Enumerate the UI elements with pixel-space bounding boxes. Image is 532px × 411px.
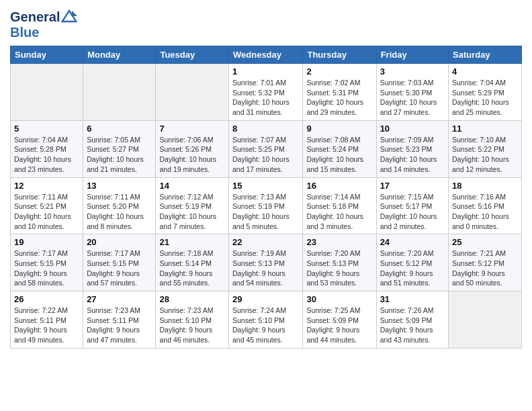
week-row-1: 1Sunrise: 7:01 AM Sunset: 5:32 PM Daylig… <box>11 64 522 121</box>
day-info: Sunrise: 7:04 AM Sunset: 5:28 PM Dayligh… <box>14 135 79 175</box>
day-info: Sunrise: 7:17 AM Sunset: 5:15 PM Dayligh… <box>14 248 79 288</box>
page: General Blue SundayMondayTuesdayWednesda… <box>0 0 532 355</box>
day-info: Sunrise: 7:14 AM Sunset: 5:18 PM Dayligh… <box>306 192 372 232</box>
calendar: SundayMondayTuesdayWednesdayThursdayFrid… <box>10 46 522 349</box>
day-info: Sunrise: 7:15 AM Sunset: 5:17 PM Dayligh… <box>380 192 445 232</box>
calendar-cell: 31Sunrise: 7:26 AM Sunset: 5:09 PM Dayli… <box>376 291 448 349</box>
day-number: 17 <box>380 181 445 191</box>
calendar-cell: 21Sunrise: 7:18 AM Sunset: 5:14 PM Dayli… <box>156 234 229 291</box>
calendar-cell: 2Sunrise: 7:02 AM Sunset: 5:31 PM Daylig… <box>303 64 376 121</box>
calendar-cell: 28Sunrise: 7:23 AM Sunset: 5:10 PM Dayli… <box>156 291 229 349</box>
day-info: Sunrise: 7:03 AM Sunset: 5:30 PM Dayligh… <box>380 78 445 118</box>
calendar-cell: 17Sunrise: 7:15 AM Sunset: 5:17 PM Dayli… <box>376 177 448 234</box>
day-info: Sunrise: 7:11 AM Sunset: 5:21 PM Dayligh… <box>14 192 79 232</box>
day-info: Sunrise: 7:01 AM Sunset: 5:32 PM Dayligh… <box>232 78 299 118</box>
header: General Blue <box>10 7 522 40</box>
day-number: 23 <box>306 237 372 247</box>
day-number: 4 <box>452 66 518 77</box>
calendar-cell: 6Sunrise: 7:05 AM Sunset: 5:27 PM Daylig… <box>83 120 156 177</box>
calendar-cell: 25Sunrise: 7:21 AM Sunset: 5:12 PM Dayli… <box>449 234 522 291</box>
day-info: Sunrise: 7:02 AM Sunset: 5:31 PM Dayligh… <box>306 78 372 118</box>
day-info: Sunrise: 7:07 AM Sunset: 5:25 PM Dayligh… <box>232 135 299 175</box>
day-number: 11 <box>452 124 518 134</box>
calendar-cell: 14Sunrise: 7:12 AM Sunset: 5:19 PM Dayli… <box>156 177 229 234</box>
week-row-2: 5Sunrise: 7:04 AM Sunset: 5:28 PM Daylig… <box>11 120 522 177</box>
calendar-cell: 30Sunrise: 7:25 AM Sunset: 5:09 PM Dayli… <box>303 291 376 349</box>
day-number: 26 <box>14 294 79 304</box>
day-number: 15 <box>232 181 299 191</box>
calendar-cell: 26Sunrise: 7:22 AM Sunset: 5:11 PM Dayli… <box>11 291 83 349</box>
calendar-cell <box>83 64 156 121</box>
calendar-cell: 24Sunrise: 7:20 AM Sunset: 5:12 PM Dayli… <box>376 234 448 291</box>
day-number: 7 <box>159 124 225 134</box>
day-number: 6 <box>87 124 152 134</box>
calendar-cell: 23Sunrise: 7:20 AM Sunset: 5:13 PM Dayli… <box>303 234 376 291</box>
day-info: Sunrise: 7:24 AM Sunset: 5:10 PM Dayligh… <box>232 306 299 345</box>
day-number: 28 <box>159 294 225 304</box>
day-info: Sunrise: 7:21 AM Sunset: 5:12 PM Dayligh… <box>452 248 518 288</box>
calendar-cell: 10Sunrise: 7:09 AM Sunset: 5:23 PM Dayli… <box>376 120 448 177</box>
day-number: 30 <box>306 294 372 304</box>
weekday-header-monday: Monday <box>83 46 156 64</box>
day-info: Sunrise: 7:11 AM Sunset: 5:20 PM Dayligh… <box>87 192 152 232</box>
logo-triangle-icon <box>61 8 77 24</box>
day-number: 24 <box>380 237 445 247</box>
day-info: Sunrise: 7:20 AM Sunset: 5:12 PM Dayligh… <box>380 248 445 288</box>
logo-blue-text: Blue <box>10 25 77 40</box>
day-number: 27 <box>87 294 152 304</box>
calendar-cell: 3Sunrise: 7:03 AM Sunset: 5:30 PM Daylig… <box>376 64 448 121</box>
day-number: 14 <box>159 181 225 191</box>
calendar-cell: 20Sunrise: 7:17 AM Sunset: 5:15 PM Dayli… <box>83 234 156 291</box>
week-row-4: 19Sunrise: 7:17 AM Sunset: 5:15 PM Dayli… <box>11 234 522 291</box>
day-number: 20 <box>87 237 152 247</box>
calendar-cell: 18Sunrise: 7:16 AM Sunset: 5:16 PM Dayli… <box>449 177 522 234</box>
calendar-cell: 11Sunrise: 7:10 AM Sunset: 5:22 PM Dayli… <box>449 120 522 177</box>
calendar-cell: 8Sunrise: 7:07 AM Sunset: 5:25 PM Daylig… <box>229 120 303 177</box>
weekday-header-row: SundayMondayTuesdayWednesdayThursdayFrid… <box>11 46 522 64</box>
calendar-cell: 22Sunrise: 7:19 AM Sunset: 5:13 PM Dayli… <box>229 234 303 291</box>
day-info: Sunrise: 7:05 AM Sunset: 5:27 PM Dayligh… <box>87 135 152 175</box>
calendar-cell: 1Sunrise: 7:01 AM Sunset: 5:32 PM Daylig… <box>229 64 303 121</box>
calendar-cell: 5Sunrise: 7:04 AM Sunset: 5:28 PM Daylig… <box>11 120 83 177</box>
day-number: 21 <box>159 237 225 247</box>
calendar-cell: 7Sunrise: 7:06 AM Sunset: 5:26 PM Daylig… <box>156 120 229 177</box>
day-number: 8 <box>232 124 299 134</box>
logo: General Blue <box>10 7 77 40</box>
calendar-cell: 16Sunrise: 7:14 AM Sunset: 5:18 PM Dayli… <box>303 177 376 234</box>
weekday-header-thursday: Thursday <box>303 46 376 64</box>
day-number: 29 <box>232 294 299 304</box>
weekday-header-tuesday: Tuesday <box>156 46 229 64</box>
calendar-cell: 29Sunrise: 7:24 AM Sunset: 5:10 PM Dayli… <box>229 291 303 349</box>
day-info: Sunrise: 7:12 AM Sunset: 5:19 PM Dayligh… <box>159 192 225 232</box>
day-info: Sunrise: 7:23 AM Sunset: 5:11 PM Dayligh… <box>87 306 152 345</box>
day-info: Sunrise: 7:17 AM Sunset: 5:15 PM Dayligh… <box>87 248 152 288</box>
day-info: Sunrise: 7:18 AM Sunset: 5:14 PM Dayligh… <box>159 248 225 288</box>
svg-marker-1 <box>72 11 77 16</box>
calendar-cell: 9Sunrise: 7:08 AM Sunset: 5:24 PM Daylig… <box>303 120 376 177</box>
day-number: 3 <box>380 66 445 77</box>
day-number: 19 <box>14 237 79 247</box>
day-number: 1 <box>232 66 299 77</box>
day-number: 2 <box>306 66 372 77</box>
calendar-cell: 15Sunrise: 7:13 AM Sunset: 5:19 PM Dayli… <box>229 177 303 234</box>
day-info: Sunrise: 7:04 AM Sunset: 5:29 PM Dayligh… <box>452 78 518 118</box>
day-number: 13 <box>87 181 152 191</box>
day-info: Sunrise: 7:13 AM Sunset: 5:19 PM Dayligh… <box>232 192 299 232</box>
calendar-cell <box>449 291 522 349</box>
day-number: 9 <box>306 124 372 134</box>
weekday-header-sunday: Sunday <box>11 46 83 64</box>
day-info: Sunrise: 7:08 AM Sunset: 5:24 PM Dayligh… <box>306 135 372 175</box>
day-number: 31 <box>380 294 445 304</box>
calendar-cell: 12Sunrise: 7:11 AM Sunset: 5:21 PM Dayli… <box>11 177 83 234</box>
calendar-cell: 13Sunrise: 7:11 AM Sunset: 5:20 PM Dayli… <box>83 177 156 234</box>
day-info: Sunrise: 7:20 AM Sunset: 5:13 PM Dayligh… <box>306 248 372 288</box>
day-info: Sunrise: 7:16 AM Sunset: 5:16 PM Dayligh… <box>452 192 518 232</box>
day-number: 5 <box>14 124 79 134</box>
day-info: Sunrise: 7:26 AM Sunset: 5:09 PM Dayligh… <box>380 306 445 345</box>
calendar-cell: 19Sunrise: 7:17 AM Sunset: 5:15 PM Dayli… <box>11 234 83 291</box>
week-row-3: 12Sunrise: 7:11 AM Sunset: 5:21 PM Dayli… <box>11 177 522 234</box>
weekday-header-friday: Friday <box>376 46 448 64</box>
calendar-cell: 27Sunrise: 7:23 AM Sunset: 5:11 PM Dayli… <box>83 291 156 349</box>
day-info: Sunrise: 7:23 AM Sunset: 5:10 PM Dayligh… <box>159 306 225 345</box>
day-info: Sunrise: 7:10 AM Sunset: 5:22 PM Dayligh… <box>452 135 518 175</box>
